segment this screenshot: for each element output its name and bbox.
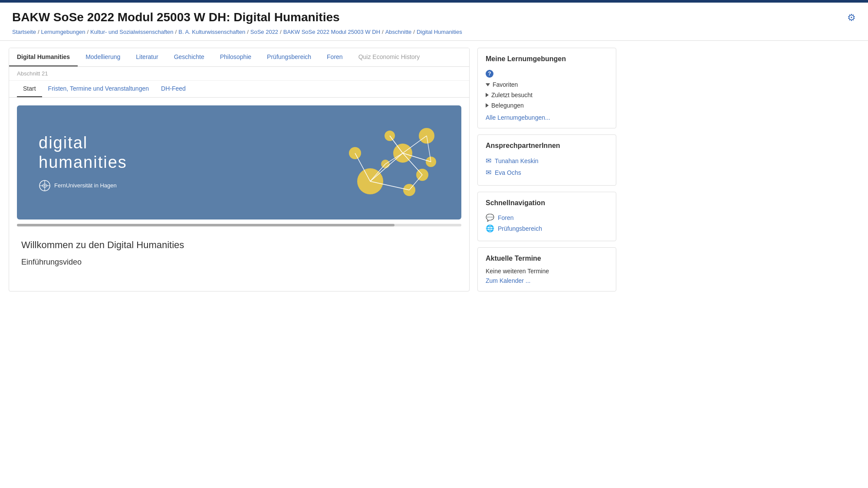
sidebar-help-item: ? [486,68,608,79]
tab-geschichte[interactable]: Geschichte [166,48,212,66]
breadcrumb-sose[interactable]: SoSe 2022 [250,29,278,35]
svg-line-12 [370,153,403,181]
sidebar-zuletzt[interactable]: Zuletzt besucht [486,90,608,100]
sidebar-belegungen[interactable]: Belegungen [486,100,608,111]
sidebar-aktuelle-termine: Aktuelle Termine Keine weiteren Termine … [477,247,616,291]
globe-icon: 🌐 [486,224,494,233]
banner-line1: digital [39,133,127,153]
belegungen-label: Belegungen [491,102,524,109]
sidebar-ansprechpartner: AnsprechpartnerInnen ✉ Tunahan Keskin ✉ … [477,134,616,186]
banner-wrapper: digital humanities FernUniversität in Ha… [9,98,469,224]
banner-logo-text: FernUniversität in Hagen [54,182,117,189]
main-layout: Digital Humanities Modellierung Literatu… [0,41,625,298]
contact-link-eva[interactable]: Eva Ochs [495,169,521,176]
primary-tabs: Digital Humanities Modellierung Literatu… [9,48,469,67]
contact-link-tunahan[interactable]: Tunahan Keskin [495,157,539,164]
mail-icon-eva: ✉ [486,168,491,177]
scroll-indicator [17,224,461,226]
schnellnavigation-title: Schnellnavigation [486,199,608,207]
banner: digital humanities FernUniversität in Ha… [17,105,461,219]
sidebar-favoriten[interactable]: Favoriten [486,79,608,90]
tab-foren[interactable]: Foren [319,48,351,66]
no-termine-label: Keine weiteren Termine [486,268,608,275]
alle-lernumgebungen-link[interactable]: Alle Lernumgebungen... [486,114,608,121]
ansprechpartner-title: AnsprechpartnerInnen [486,142,608,150]
banner-line2: humanities [39,153,127,172]
triangle-right-icon-belegungen [486,103,489,108]
breadcrumb-kultur[interactable]: Kultur- und Sozialwissenschaften [90,29,174,35]
fernuni-logo-icon [39,180,51,192]
content-section: Willkommen zu den Digital Humanities Ein… [9,232,469,275]
course-header: BAKW SoSe 2022 Modul 25003 W DH: Digital… [0,3,868,41]
breadcrumb-ba[interactable]: B. A. Kulturwissenschaften [178,29,245,35]
tab-literatur[interactable]: Literatur [128,48,166,66]
tab-philosophie[interactable]: Philosophie [212,48,259,66]
section-label: Abschnitt 21 [9,67,469,81]
intro-title: Einführungsvideo [21,258,457,267]
schnell-link-foren[interactable]: Foren [498,214,514,221]
network-graph-svg [292,123,440,201]
breadcrumb-bakw[interactable]: BAKW SoSe 2022 Modul 25003 W DH [283,29,380,35]
schnell-foren: 💬 Foren [486,212,608,223]
tab-start[interactable]: Start [17,81,42,97]
banner-logo: FernUniversität in Hagen [39,180,127,192]
kalender-link[interactable]: Zum Kalender ... [486,277,531,284]
sidebar-schnellnavigation: Schnellnavigation 💬 Foren 🌐 Prüfungsbere… [477,192,616,241]
page-wrapper: BAKW SoSe 2022 Modul 25003 W DH: Digital… [0,0,868,488]
schnell-pruefungsbereich: 🌐 Prüfungsbereich [486,223,608,234]
tab-dh-feed[interactable]: DH-Feed [155,81,192,97]
banner-graph [292,123,440,202]
favoriten-label: Favoriten [493,81,518,88]
contact-eva: ✉ Eva Ochs [486,167,608,178]
breadcrumb-startseite[interactable]: Startseite [12,29,36,35]
mail-icon-tunahan: ✉ [486,157,491,165]
chat-icon: 💬 [486,213,494,222]
help-icon[interactable]: ? [486,70,493,78]
breadcrumb-lernumgebungen[interactable]: Lernumgebungen [41,29,85,35]
tab-fristen[interactable]: Fristen, Termine und Veranstaltungen [42,81,155,97]
gear-button[interactable]: ⚙ [847,12,856,23]
banner-text-block: digital humanities FernUniversität in Ha… [39,133,127,192]
tab-digital-humanities[interactable]: Digital Humanities [9,48,78,66]
sidebar-meine-lernumgebungen: Meine Lernumgebungen ? Favoriten Zuletzt… [477,48,616,128]
aktuelle-termine-title: Aktuelle Termine [486,255,608,262]
meine-lernumgebungen-title: Meine Lernumgebungen [486,55,608,63]
breadcrumb-digital-humanities[interactable]: Digital Humanities [417,29,462,35]
course-title: BAKW SoSe 2022 Modul 25003 W DH: Digital… [12,10,856,24]
content-area: Digital Humanities Modellierung Literatu… [9,48,470,291]
triangle-down-icon [486,83,490,86]
schnell-link-pruefungsbereich[interactable]: Prüfungsbereich [498,225,542,232]
sidebar: Meine Lernumgebungen ? Favoriten Zuletzt… [477,48,616,291]
tab-quiz-economic-history: Quiz Economic History [351,48,428,66]
tab-modellierung[interactable]: Modellierung [78,48,128,66]
svg-line-21 [409,175,422,190]
breadcrumb: Startseite / Lernumgebungen / Kultur- un… [12,29,856,35]
tab-pruefungsbereich[interactable]: Prüfungsbereich [259,48,319,66]
zuletzt-label: Zuletzt besucht [491,92,533,98]
welcome-title: Willkommen zu den Digital Humanities [21,239,457,251]
breadcrumb-abschnitte[interactable]: Abschnitte [385,29,412,35]
scroll-thumb [17,224,395,226]
contact-tunahan: ✉ Tunahan Keskin [486,155,608,167]
secondary-tabs: Start Fristen, Termine und Veranstaltung… [9,81,469,98]
triangle-right-icon-zuletzt [486,93,489,97]
